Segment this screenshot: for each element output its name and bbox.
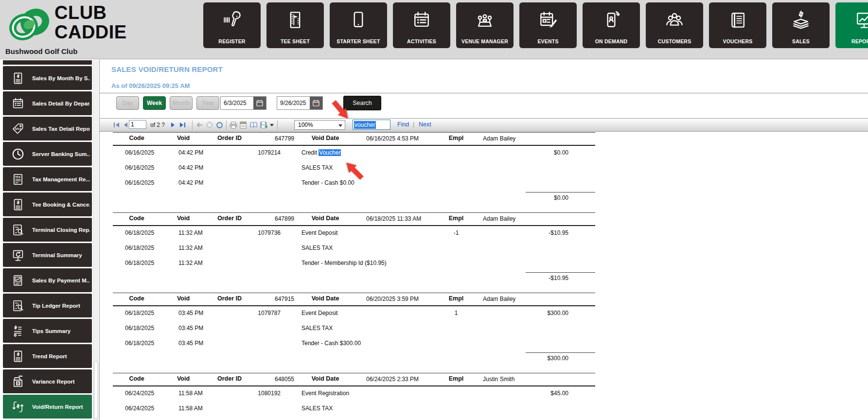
- calendar-icon: [256, 99, 264, 107]
- nav-activities[interactable]: ACTIVITIES: [393, 2, 450, 48]
- print-button[interactable]: [230, 121, 237, 129]
- stop-button[interactable]: [206, 121, 213, 129]
- sidebar-item-sales-detail-by-depar[interactable]: Sales Detail By Depar...: [3, 91, 92, 115]
- start-date-value[interactable]: 6/3/2025: [224, 97, 247, 109]
- export-button[interactable]: [260, 121, 268, 129]
- sidebar-item-label: Tips Summary: [32, 319, 90, 343]
- nav-on-demand[interactable]: ON DEMAND: [583, 2, 640, 48]
- col-header-empl: Empl: [446, 135, 466, 141]
- range-button-year[interactable]: Year: [196, 96, 219, 110]
- nav-venue-manager[interactable]: VENUE MANAGER: [456, 2, 514, 48]
- cell-description: Tender - Cash $0.00: [301, 179, 354, 186]
- cell-date: 06/16/2025: [125, 179, 154, 186]
- range-button-month[interactable]: Month: [170, 96, 193, 110]
- nav-customers[interactable]: CUSTOMERS: [646, 2, 703, 48]
- col-header-void-date: Void Date: [308, 295, 343, 302]
- cell-amount: $45.00: [510, 390, 568, 397]
- sale-tag-icon: SALE: [9, 120, 26, 137]
- next-page-button[interactable]: [171, 121, 177, 129]
- sidebar-item-label: Trend Report: [32, 344, 90, 368]
- page-number-input[interactable]: [129, 120, 146, 129]
- document-lines-icon: [709, 6, 766, 33]
- sidebar-item-tax-management-re[interactable]: TAXTax Management Re...: [3, 167, 92, 191]
- cell-time: 03:45 PM: [178, 310, 203, 316]
- tax-doc-icon: TAX: [9, 171, 26, 188]
- cell-date: 06/18/2025: [125, 340, 154, 347]
- col-header-void: Void: [169, 295, 198, 302]
- group-void-date: 06/20/2025 3:59 PM: [366, 296, 419, 302]
- nav-sales[interactable]: SALES: [772, 2, 830, 48]
- group-void-date: 06/16/2025 4:53 PM: [366, 135, 419, 142]
- page-setup-button[interactable]: [249, 121, 258, 129]
- find-text-input[interactable]: voucher: [353, 120, 390, 130]
- cell-amount: -$10.95: [510, 229, 568, 236]
- sidebar-item-variance-report[interactable]: Variance Report: [3, 369, 92, 393]
- col-header-void: Void: [169, 375, 198, 382]
- nav-register[interactable]: REGISTER: [203, 2, 261, 48]
- cell-description: Event Registration: [301, 390, 349, 397]
- col-header-empl: Empl: [446, 215, 466, 222]
- cell-time: 03:45 PM: [178, 325, 203, 332]
- sidebar-item-tee-booking-cance[interactable]: Tee Booking & Cance...: [3, 192, 92, 216]
- range-button-week[interactable]: Week: [143, 96, 166, 110]
- sidebar-scrollbar[interactable]: [93, 60, 99, 420]
- sidebar-item-tips-summary[interactable]: Tips Summary: [3, 319, 92, 343]
- first-page-button[interactable]: [113, 121, 120, 129]
- nav-events[interactable]: EVENTS: [519, 2, 577, 48]
- sidebar-item-sales-by-payment-m[interactable]: Sales By Payment M...: [3, 268, 92, 292]
- search-button[interactable]: Search: [343, 96, 381, 110]
- sidebar-item-server-banking-sum[interactable]: Server Banking Sum...: [3, 142, 92, 166]
- sidebar-item-terminal-closing-rep[interactable]: Terminal Closing Rep...: [3, 218, 92, 242]
- sidebar-item-tip-ledger-report[interactable]: Tip Ledger Report: [3, 294, 92, 317]
- calendar-list-icon: [393, 6, 450, 33]
- export-dropdown-caret[interactable]: [270, 121, 274, 129]
- nav-vouchers[interactable]: VOUCHERS: [709, 2, 766, 48]
- refresh-button[interactable]: [216, 121, 223, 129]
- cell-date: 06/18/2025: [125, 325, 154, 332]
- sidebar-item-sales-by-month-by-s[interactable]: Sales By Month By S...: [3, 66, 92, 90]
- sidebar-item-trend-report[interactable]: Trend Report: [3, 344, 92, 368]
- sidebar-scrollbar-thumb[interactable]: [94, 361, 98, 419]
- group-void-date: 06/24/2025 2:33 PM: [366, 376, 419, 383]
- group-top-rule: [113, 373, 595, 373]
- nav-label: ON DEMAND: [583, 38, 639, 44]
- sidebar-item-label: Void/Return Report: [32, 395, 90, 419]
- find-button[interactable]: Find: [397, 121, 409, 128]
- last-page-button[interactable]: [179, 121, 186, 129]
- start-date-field[interactable]: 6/3/2025: [220, 96, 266, 110]
- back-button[interactable]: [196, 121, 203, 129]
- sidebar-item-partial[interactable]: [3, 60, 92, 65]
- previous-page-button[interactable]: [122, 121, 128, 129]
- print-layout-button[interactable]: [240, 121, 247, 129]
- group-employee: Adam Bailey: [483, 215, 515, 222]
- nav-label: VENUE MANAGER: [457, 38, 513, 44]
- cash-register-icon: [9, 373, 26, 390]
- sidebar-item-sales-tax-detail-report[interactable]: SALESales Tax Detail Report: [3, 117, 92, 140]
- col-header-code: Code: [122, 135, 151, 141]
- end-date-field[interactable]: 9/26/2025: [277, 96, 323, 110]
- next-button[interactable]: Next: [419, 121, 431, 128]
- nav-reports[interactable]: REPORTS: [835, 2, 868, 48]
- find-next-separator: |: [413, 121, 414, 128]
- toolbar-separator: [192, 120, 193, 130]
- cell-date: 06/24/2025: [125, 390, 154, 397]
- range-button-day[interactable]: Day: [116, 96, 139, 110]
- end-date-calendar-button[interactable]: [310, 97, 322, 109]
- group-order-id: 647799: [275, 135, 294, 142]
- sidebar-item-terminal-summary[interactable]: Terminal Summary: [3, 243, 92, 267]
- col-header-empl: Empl: [446, 375, 466, 382]
- zoom-select[interactable]: 100%: [294, 120, 345, 130]
- start-date-calendar-button[interactable]: [253, 97, 266, 109]
- subtotal-rule: [526, 272, 595, 273]
- sidebar-item-label: Tip Ledger Report: [32, 294, 90, 317]
- monitor-refresh-icon: [9, 246, 26, 263]
- end-date-value[interactable]: 9/26/2025: [280, 97, 306, 109]
- cell-description: SALES TAX: [301, 405, 333, 412]
- nav-tee-sheet[interactable]: TEE SHEET: [266, 2, 324, 48]
- group-header-rule: [113, 385, 595, 386]
- calendar-list-icon: [9, 95, 26, 112]
- sidebar-item-void-return-report[interactable]: Void/Return Report: [3, 395, 92, 419]
- nav-starter-sheet[interactable]: STARTER SHEET: [330, 2, 387, 48]
- dollar-list-icon: [9, 322, 26, 339]
- cell-date: 06/18/2025: [125, 245, 154, 251]
